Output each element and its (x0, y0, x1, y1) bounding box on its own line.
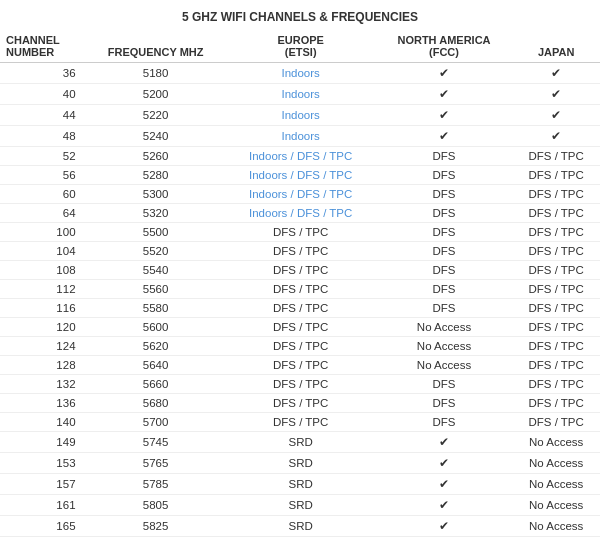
cell-japan: No Access (512, 474, 600, 495)
cell-europe: DFS / TPC (226, 223, 376, 242)
cell-channel: 124 (0, 337, 86, 356)
cell-channel: 36 (0, 63, 86, 84)
table-row: 1125560DFS / TPCDFSDFS / TPC (0, 280, 600, 299)
cell-europe: DFS / TPC (226, 375, 376, 394)
cell-frequency: 5640 (86, 356, 226, 375)
cell-channel: 153 (0, 453, 86, 474)
table-row: 1365680DFS / TPCDFSDFS / TPC (0, 394, 600, 413)
cell-north-america: No Access (376, 337, 513, 356)
cell-frequency: 5620 (86, 337, 226, 356)
cell-north-america: DFS (376, 204, 513, 223)
cell-japan: DFS / TPC (512, 318, 600, 337)
table-row: 405200Indoors✔✔ (0, 84, 600, 105)
col-header-japan: JAPAN (512, 30, 600, 63)
page-title: 5 GHZ WIFI CHANNELS & FREQUENCIES (0, 0, 600, 30)
cell-europe: Indoors (226, 105, 376, 126)
cell-north-america: DFS (376, 280, 513, 299)
cell-japan: ✔ (512, 126, 600, 147)
cell-japan: ✔ (512, 105, 600, 126)
cell-frequency: 5260 (86, 147, 226, 166)
cell-japan: DFS / TPC (512, 147, 600, 166)
cell-japan: DFS / TPC (512, 261, 600, 280)
cell-europe: Indoors / DFS / TPC (226, 147, 376, 166)
cell-frequency: 5280 (86, 166, 226, 185)
cell-channel: 52 (0, 147, 86, 166)
cell-north-america: ✔ (376, 474, 513, 495)
cell-frequency: 5600 (86, 318, 226, 337)
cell-north-america: DFS (376, 394, 513, 413)
cell-channel: 136 (0, 394, 86, 413)
cell-frequency: 5660 (86, 375, 226, 394)
cell-north-america: ✔ (376, 105, 513, 126)
table-header: CHANNELNUMBER FREQUENCY MHZ EUROPE(ETSI)… (0, 30, 600, 63)
cell-europe: SRD (226, 516, 376, 537)
cell-channel: 140 (0, 413, 86, 432)
cell-japan: DFS / TPC (512, 242, 600, 261)
cell-north-america: ✔ (376, 84, 513, 105)
table-row: 1205600DFS / TPCNo AccessDFS / TPC (0, 318, 600, 337)
cell-japan: DFS / TPC (512, 223, 600, 242)
cell-japan: DFS / TPC (512, 375, 600, 394)
cell-japan: No Access (512, 453, 600, 474)
cell-frequency: 5500 (86, 223, 226, 242)
cell-europe: DFS / TPC (226, 413, 376, 432)
cell-japan: ✔ (512, 63, 600, 84)
cell-channel: 112 (0, 280, 86, 299)
table-row: 645320Indoors / DFS / TPCDFSDFS / TPC (0, 204, 600, 223)
cell-frequency: 5825 (86, 516, 226, 537)
cell-channel: 60 (0, 185, 86, 204)
cell-channel: 120 (0, 318, 86, 337)
table-row: 1575785SRD✔No Access (0, 474, 600, 495)
cell-frequency: 5540 (86, 261, 226, 280)
table-row: 1285640DFS / TPCNo AccessDFS / TPC (0, 356, 600, 375)
cell-north-america: ✔ (376, 126, 513, 147)
cell-frequency: 5300 (86, 185, 226, 204)
channel-table: CHANNELNUMBER FREQUENCY MHZ EUROPE(ETSI)… (0, 30, 600, 537)
cell-north-america: ✔ (376, 432, 513, 453)
cell-japan: DFS / TPC (512, 280, 600, 299)
cell-europe: SRD (226, 432, 376, 453)
cell-north-america: No Access (376, 318, 513, 337)
table-row: 1165580DFS / TPCDFSDFS / TPC (0, 299, 600, 318)
cell-channel: 44 (0, 105, 86, 126)
cell-europe: SRD (226, 474, 376, 495)
table-row: 365180Indoors✔✔ (0, 63, 600, 84)
cell-japan: No Access (512, 432, 600, 453)
cell-channel: 108 (0, 261, 86, 280)
cell-europe: DFS / TPC (226, 318, 376, 337)
table-row: 1495745SRD✔No Access (0, 432, 600, 453)
cell-europe: DFS / TPC (226, 261, 376, 280)
cell-japan: No Access (512, 495, 600, 516)
cell-europe: Indoors (226, 84, 376, 105)
cell-channel: 132 (0, 375, 86, 394)
cell-channel: 40 (0, 84, 86, 105)
cell-channel: 165 (0, 516, 86, 537)
cell-channel: 116 (0, 299, 86, 318)
cell-frequency: 5520 (86, 242, 226, 261)
cell-frequency: 5200 (86, 84, 226, 105)
cell-channel: 56 (0, 166, 86, 185)
cell-japan: DFS / TPC (512, 356, 600, 375)
table-row: 1655825SRD✔No Access (0, 516, 600, 537)
table-row: 1005500DFS / TPCDFSDFS / TPC (0, 223, 600, 242)
cell-japan: DFS / TPC (512, 299, 600, 318)
cell-europe: DFS / TPC (226, 356, 376, 375)
cell-north-america: DFS (376, 375, 513, 394)
cell-japan: No Access (512, 516, 600, 537)
cell-north-america: ✔ (376, 63, 513, 84)
cell-europe: SRD (226, 495, 376, 516)
cell-japan: DFS / TPC (512, 413, 600, 432)
cell-japan: DFS / TPC (512, 394, 600, 413)
cell-frequency: 5240 (86, 126, 226, 147)
cell-north-america: ✔ (376, 453, 513, 474)
cell-north-america: DFS (376, 261, 513, 280)
cell-japan: ✔ (512, 84, 600, 105)
cell-japan: DFS / TPC (512, 166, 600, 185)
cell-north-america: No Access (376, 356, 513, 375)
cell-frequency: 5180 (86, 63, 226, 84)
table-row: 485240Indoors✔✔ (0, 126, 600, 147)
cell-frequency: 5765 (86, 453, 226, 474)
cell-north-america: DFS (376, 223, 513, 242)
cell-channel: 64 (0, 204, 86, 223)
cell-channel: 128 (0, 356, 86, 375)
